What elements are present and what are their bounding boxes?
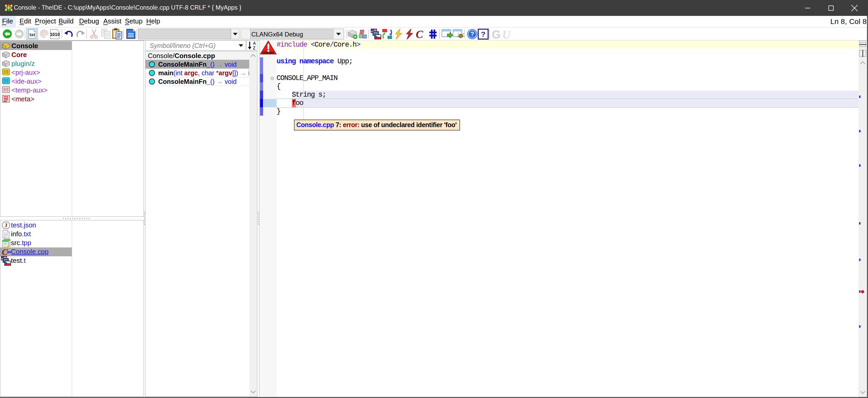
- svg-text:J: J: [5, 222, 7, 228]
- svg-text:?: ?: [481, 30, 485, 38]
- svg-text:ERRORS: ERRORS: [262, 51, 274, 54]
- svg-text:txt: txt: [30, 32, 35, 37]
- svg-text:C: C: [2, 248, 8, 256]
- svg-text:?: ?: [470, 30, 474, 37]
- svg-text:1010: 1010: [50, 32, 60, 37]
- svg-text:Z: Z: [253, 46, 255, 50]
- svg-text:A: A: [253, 41, 256, 46]
